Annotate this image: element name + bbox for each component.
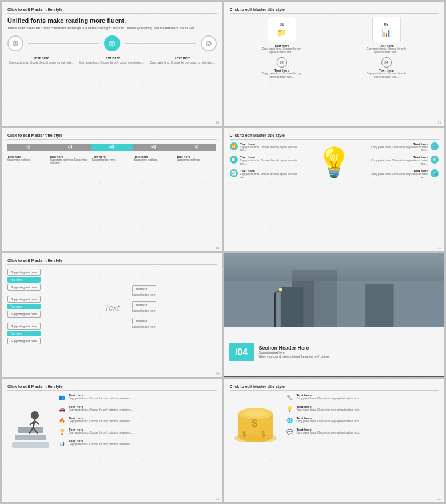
- tag-l3-sub1: Supporting text here.: [7, 323, 41, 330]
- svg-point-6: [206, 41, 211, 46]
- slide2-icon-box-1: 01 📁: [268, 17, 296, 42]
- slide2-num-circle-2: 02: [277, 57, 287, 68]
- slide7-content: 👥 Text here Copy paste fonts. Choose the…: [7, 394, 217, 457]
- timeline-circle-1: [7, 35, 23, 51]
- slide2-title: Click to edit Master title style: [230, 7, 439, 14]
- slide-8: Click to edit Master title style $ $ $: [224, 379, 445, 503]
- slide1-title: Click to edit Master title style: [7, 7, 217, 14]
- d-row-l3: Supporting text here. Text here Supporti…: [7, 323, 92, 344]
- info-icon-r3: 🔍: [431, 169, 439, 177]
- tl-item-5: 10月: [174, 144, 216, 151]
- list-icon-8-2: 💡: [286, 405, 294, 413]
- slide8-list: 🔧 Text here Copy paste fonts. Choose the…: [286, 394, 439, 445]
- list-item-7-3: 🔥 Text here Copy paste fonts. Choose the…: [58, 416, 217, 424]
- timeline-circle-3: [201, 35, 217, 51]
- slide7-title: Click to edit Master title style: [7, 384, 217, 391]
- entry-5: Text here Supporting text here.: [177, 153, 217, 165]
- info-text-l1: Text here Copy paste fonts. Choose the o…: [240, 142, 298, 153]
- svg-line-8: [208, 42, 210, 45]
- slide2-detail-4: Copy paste fonts. Choose the only option…: [367, 72, 407, 79]
- slide5-right: Text here Supporting text here. Text her…: [132, 285, 217, 331]
- slide4-content: 📶 Text here Copy paste fonts. Choose the…: [230, 142, 439, 183]
- slide2-icon-3: 📊: [381, 28, 391, 37]
- slide3-entries: Text here Supporting text here. Text her…: [7, 153, 217, 165]
- svg-rect-19: [12, 442, 49, 448]
- list-text-7-1: Text here Copy paste fonts. Choose the o…: [69, 394, 133, 400]
- info-icon-r1: ⚙️: [431, 142, 439, 150]
- list-icon-8-1: 🔧: [286, 394, 294, 402]
- slide7-runner: [7, 394, 53, 457]
- slide6-sub2: When you copy & paste, choose "keep text…: [259, 355, 330, 359]
- tag-r1: Text here: [132, 285, 156, 292]
- info-row-l3: 📈 Text here Copy paste fonts. Choose the…: [230, 169, 298, 180]
- list-item-7-2: 🚗 Text here Copy paste fonts. Choose the…: [58, 405, 217, 413]
- info-text-l3: Text here Copy paste fonts. Choose the o…: [240, 169, 298, 180]
- entry-2: Text here Supporting text here. Supporti…: [50, 153, 90, 165]
- entry-4: Text here Supporting text here.: [134, 153, 174, 165]
- slide2-row2: 02 Text here Copy paste fonts. Choose th…: [230, 57, 439, 79]
- list-text-8-3: Text here Copy paste fonts. Choose the o…: [297, 416, 361, 423]
- slide2-num-3: 03: [384, 22, 389, 26]
- slide2-icon-1: 📁: [277, 28, 286, 37]
- slide5-left: Supporting text here. Text here Supporti…: [7, 269, 92, 347]
- slide7-number: 22: [216, 497, 220, 501]
- svg-text:$: $: [252, 418, 257, 429]
- slide4-number: 19: [437, 246, 441, 249]
- list-icon-7-3: 🔥: [58, 416, 66, 424]
- slide6-content: /04 Section Header Here Supporting text …: [224, 327, 445, 377]
- slide2-number: 17: [437, 121, 441, 124]
- list-text-8-1: Text here Copy paste fonts. Choose the o…: [297, 394, 361, 400]
- timeline-line-1: [28, 43, 99, 44]
- slide8-number: 23: [437, 497, 441, 501]
- svg-text:$: $: [242, 430, 246, 438]
- tag-l1-sub1: Supporting text here.: [7, 269, 41, 276]
- svg-rect-14: [365, 284, 393, 327]
- info-icon-l1: 📶: [230, 142, 238, 150]
- info-text-r1: Text here Copy paste fonts. Choose the o…: [371, 142, 429, 153]
- list-item-8-4: 💬 Text here Copy paste fonts. Choose the…: [286, 428, 439, 436]
- timeline-circle-2: [104, 35, 120, 51]
- entry-3: Text here Supporting text here.: [92, 153, 132, 165]
- list-text-7-4: Text here Copy paste fonts. Choose the o…: [69, 428, 133, 435]
- tag-l3-green: Text here: [7, 331, 41, 336]
- info-row-r3: Text here Copy paste fonts. Choose the o…: [371, 169, 439, 180]
- info-icon-r2: 🛡️: [431, 156, 439, 164]
- bulb-icon: 💡: [316, 146, 352, 179]
- slide2-detail-2: Copy paste fonts. Choose the only option…: [262, 72, 302, 79]
- svg-point-22: [31, 411, 39, 419]
- slide7-list: 👥 Text here Copy paste fonts. Choose the…: [58, 394, 217, 457]
- slide8-title: Click to edit Master title style: [230, 384, 439, 391]
- tag-r3-sub: Supporting text here.: [132, 326, 156, 328]
- slide1-sub-text: Theme color makes PPT more convenient to…: [7, 26, 217, 31]
- tl-item-2: 7月: [49, 144, 91, 151]
- tl-item-4: 9月: [133, 144, 174, 151]
- slide6-text: Section Header Here Supporting text here…: [259, 345, 330, 359]
- tag-l2-sub1: Supporting text here.: [7, 296, 41, 303]
- slide2-detail-3: Copy paste fonts. Choose the only option…: [367, 47, 407, 54]
- slide2-row1: 01 📁 Text here Copy paste fonts. Choose …: [230, 17, 439, 54]
- list-item-8-2: 💡 Text here Copy paste fonts. Choose the…: [286, 405, 439, 413]
- info-text-r3: Text here Copy paste fonts. Choose the o…: [371, 169, 429, 180]
- slide6-sub1: Supporting text here.: [259, 351, 330, 355]
- svg-line-3: [15, 43, 17, 45]
- tl-bar-5: 10月: [174, 144, 216, 151]
- slide2-item-2: 02 Text here Copy paste fonts. Choose th…: [262, 57, 302, 79]
- d-row-r3: Text here Supporting text here.: [132, 318, 217, 328]
- slide6-badge: /04: [229, 343, 254, 361]
- slide6-header: Section Header Here: [259, 345, 330, 351]
- list-icon-7-5: 📊: [58, 439, 66, 447]
- info-icon-l2: 📋: [230, 156, 238, 164]
- tag-l1-green: Text here: [7, 277, 41, 283]
- slide1-timeline: [7, 35, 217, 51]
- text-col-1: Text here Copy paste fonts. Choose the o…: [7, 56, 75, 65]
- slide1-number: 16: [216, 121, 220, 124]
- slide-1: Click to edit Master title style Unified…: [2, 2, 222, 126]
- slide-7: Click to edit Master title style: [2, 379, 222, 503]
- svg-line-23: [33, 419, 35, 428]
- list-icon-7-4: 🏆: [58, 428, 66, 436]
- svg-point-33: [244, 410, 267, 417]
- d-row-r2: Text here Supporting text here.: [132, 301, 217, 312]
- slide3-number: 18: [216, 246, 220, 249]
- slide2-detail-1: Copy paste fonts. Choose the only option…: [262, 47, 302, 54]
- slide2-num-circle-4: 04: [381, 57, 392, 68]
